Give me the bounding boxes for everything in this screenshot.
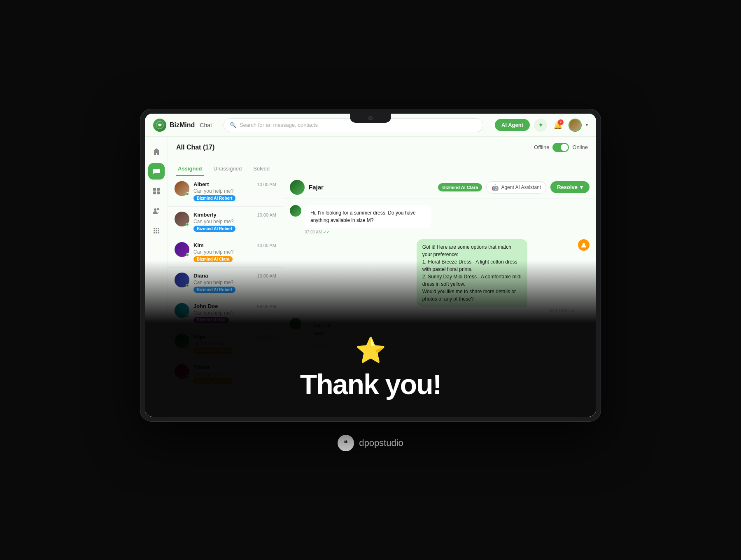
avatar-image bbox=[569, 119, 581, 131]
svg-point-15 bbox=[156, 232, 157, 233]
chat-time-fajar: 10.00 AM bbox=[257, 334, 276, 339]
search-placeholder: Search for an message, contacts bbox=[240, 122, 318, 128]
msg-time-1: 07:00 AM ✓✓ bbox=[305, 230, 486, 234]
svg-rect-3 bbox=[157, 188, 160, 191]
camera-lens bbox=[368, 116, 373, 120]
svg-point-10 bbox=[158, 228, 159, 229]
convo-name: Fajar bbox=[309, 184, 434, 191]
online-label: Online bbox=[572, 144, 588, 150]
agent-ai-button[interactable]: 🤖 Agent AI Assistant bbox=[486, 181, 546, 194]
chat-name-albert: Albert bbox=[193, 181, 209, 187]
online-toggle: Offline Online bbox=[534, 143, 588, 152]
add-button[interactable]: ✦ bbox=[534, 119, 547, 132]
chat-info-kim: Kim 10.00 AM Can you help me? Bizmind Al… bbox=[193, 242, 276, 262]
notification-badge: 7 bbox=[558, 119, 564, 125]
chat-name-john: John Doe bbox=[193, 303, 218, 309]
msg-bubble-2: Got it! Here are some options that match… bbox=[417, 239, 527, 307]
main-content: All Chat (17) Offline Online Assigned Un… bbox=[145, 137, 596, 417]
chat-header: All Chat (17) Offline Online bbox=[168, 137, 596, 158]
sidebar-item-chat[interactable] bbox=[148, 163, 165, 180]
svg-point-8 bbox=[154, 228, 155, 229]
notification-button[interactable]: 🔔 7 bbox=[551, 119, 564, 132]
avatar[interactable] bbox=[569, 119, 582, 132]
convo-avatar bbox=[290, 180, 305, 195]
chat-item-triana[interactable]: Triana Yes, Can you... Bizmind Al Clara bbox=[168, 359, 283, 390]
sidebar-item-users[interactable] bbox=[148, 203, 165, 219]
chat-list-and-convo: Albert 10.00 AM Can you help me? Bizmind… bbox=[168, 176, 596, 417]
svg-point-16 bbox=[158, 232, 159, 233]
chat-time-john: 09.00 AM bbox=[257, 304, 276, 309]
svg-point-13 bbox=[158, 230, 159, 231]
outer-container: BizMind Chat 🔍 Search for an message, co… bbox=[0, 0, 741, 560]
chat-name-triana: Triana bbox=[193, 364, 209, 370]
toggle-switch[interactable] bbox=[552, 143, 569, 152]
chat-title: All Chat (17) bbox=[176, 144, 214, 151]
camera-notch bbox=[350, 114, 391, 123]
msg-time-2: 07:10 AM ✓✓ bbox=[417, 308, 575, 313]
conversation-header: Fajar Bizmind Al Clara 🤖 Agent AI Assist… bbox=[283, 176, 596, 198]
message-row-3: That's all I need 07:00 AM ✓✓ bbox=[290, 318, 590, 347]
ai-avatar bbox=[578, 239, 590, 251]
svg-rect-2 bbox=[153, 188, 156, 191]
chat-preview-kimberly: Can you help me? bbox=[193, 219, 276, 224]
chat-name-kimberly: Kimberly bbox=[193, 212, 217, 218]
chat-preview-fajar: Hi, I'm looking f... bbox=[193, 341, 276, 346]
tab-assigned[interactable]: Assigned bbox=[176, 162, 204, 176]
chat-name-fajar: Fajar bbox=[193, 334, 206, 340]
chat-info-triana: Triana Yes, Can you... Bizmind Al Clara bbox=[193, 364, 276, 384]
dpopstudio-logo: ❝ bbox=[338, 435, 354, 451]
svg-point-11 bbox=[154, 230, 155, 231]
svg-point-14 bbox=[154, 232, 155, 233]
chat-list-panel: Albert 10.00 AM Can you help me? Bizmind… bbox=[168, 176, 283, 417]
messages-area: Hi, I'm looking for a summer dress. Do y… bbox=[283, 198, 596, 417]
msg-avatar-fajar bbox=[290, 205, 301, 217]
logo-icon bbox=[153, 119, 166, 132]
chevron-icon: ▾ bbox=[580, 184, 583, 190]
sidebar bbox=[145, 137, 168, 417]
chat-info-fajar: Fajar 10.00 AM Hi, I'm looking f... Bizm… bbox=[193, 334, 276, 354]
chat-preview-diana: Can you help me? bbox=[193, 280, 276, 285]
sidebar-item-home[interactable] bbox=[148, 143, 165, 160]
chat-item-fajar[interactable]: Fajar 10.00 AM Hi, I'm looking f... Bizm… bbox=[168, 329, 283, 359]
message-row-2: Got it! Here are some options that match… bbox=[290, 239, 590, 313]
chat-info-john: John Doe 09.00 AM Can you help me? Bizmi… bbox=[193, 303, 276, 323]
sidebar-item-apps[interactable] bbox=[148, 222, 165, 239]
device-frame: BizMind Chat 🔍 Search for an message, co… bbox=[140, 109, 601, 422]
studio-name: dpopstudio bbox=[359, 438, 403, 448]
chat-time-albert: 10.00 AM bbox=[257, 182, 276, 187]
nav-label: Chat bbox=[200, 122, 212, 128]
chevron-down-icon[interactable]: ▾ bbox=[586, 123, 588, 127]
tab-solved[interactable]: Solved bbox=[252, 162, 271, 176]
chat-item-albert[interactable]: Albert 10.00 AM Can you help me? Bizmind… bbox=[168, 176, 283, 207]
resolve-button[interactable]: Resolve ▾ bbox=[550, 181, 590, 193]
msg-time-3: 07:00 AM ✓✓ bbox=[305, 343, 351, 347]
bizmind-tag: Bizmind Al Clara bbox=[438, 183, 482, 191]
chat-tabs: Assigned Unassigned Solved bbox=[168, 158, 596, 176]
svg-point-12 bbox=[156, 230, 157, 231]
svg-point-1 bbox=[158, 124, 161, 126]
tag-albert: Bizmind Al Robert bbox=[193, 195, 235, 201]
sidebar-item-grid[interactable] bbox=[148, 183, 165, 199]
tag-john: Bizmind Al Kai bbox=[193, 317, 229, 323]
tag-diana: Bizmind Al Robert bbox=[193, 287, 235, 293]
chat-name-kim: Kim bbox=[193, 242, 204, 248]
chat-preview-kim: Can you help me? bbox=[193, 249, 276, 255]
offline-label: Offline bbox=[534, 144, 549, 150]
svg-point-9 bbox=[156, 228, 157, 229]
chat-info-diana: Diana 10.00 AM Can you help me? Bizmind … bbox=[193, 273, 276, 293]
msg-bubble-3: That's all I need bbox=[305, 318, 337, 341]
ai-agent-button[interactable]: AI Agent bbox=[495, 119, 530, 131]
chat-info-albert: Albert 10.00 AM Can you help me? Bizmind… bbox=[193, 181, 276, 201]
chat-item-john[interactable]: John Doe 09.00 AM Can you help me? Bizmi… bbox=[168, 298, 283, 329]
chat-item-kim[interactable]: Kim 10.00 AM Can you help me? Bizmind Al… bbox=[168, 237, 283, 268]
svg-rect-4 bbox=[153, 191, 156, 194]
chat-item-kimberly[interactable]: Kimberly 10.00 AM Can you help me? Bizmi… bbox=[168, 207, 283, 237]
chat-preview-albert: Can you help me? bbox=[193, 188, 276, 194]
tag-triana: Bizmind Al Clara bbox=[193, 378, 233, 384]
tab-unassigned[interactable]: Unassigned bbox=[212, 162, 244, 176]
chat-item-diana[interactable]: Diana 10.00 AM Can you help me? Bizmind … bbox=[168, 268, 283, 298]
message-row-1: Hi, I'm looking for a summer dress. Do y… bbox=[290, 205, 590, 234]
chat-time-diana: 10.00 AM bbox=[257, 273, 276, 278]
tag-kimberly: Bizmind Al Robert bbox=[193, 226, 235, 232]
logo-area: BizMind Chat bbox=[153, 119, 212, 132]
